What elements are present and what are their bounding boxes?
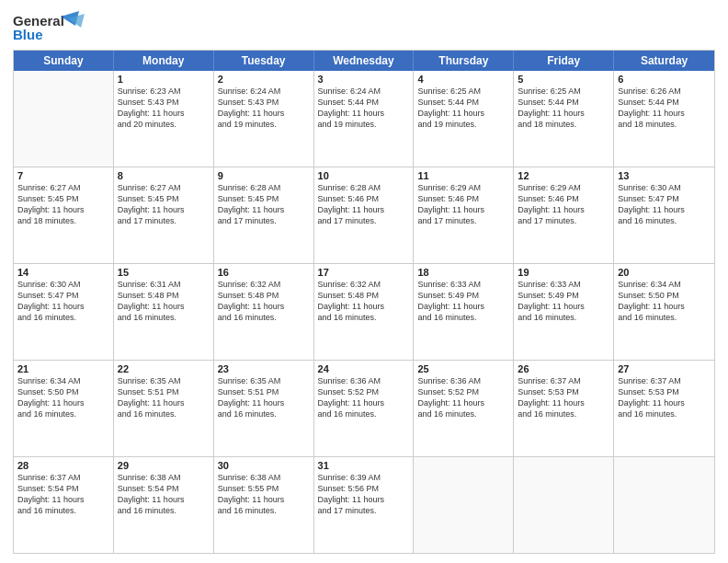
day-info: Sunrise: 6:33 AM Sunset: 5:49 PM Dayligh… <box>518 279 609 324</box>
day-info: Sunrise: 6:25 AM Sunset: 5:44 PM Dayligh… <box>518 86 609 131</box>
day-number: 7 <box>17 170 109 181</box>
day-number: 26 <box>518 363 609 374</box>
logo-svg: General Blue <box>13 9 86 44</box>
day-number: 14 <box>17 267 109 278</box>
day-info: Sunrise: 6:37 AM Sunset: 5:53 PM Dayligh… <box>518 375 609 420</box>
day-number: 10 <box>318 170 410 181</box>
day-info: Sunrise: 6:34 AM Sunset: 5:50 PM Dayligh… <box>618 279 711 324</box>
calendar-day-cell: 17Sunrise: 6:32 AM Sunset: 5:48 PM Dayli… <box>314 264 415 360</box>
calendar-day-cell: 11Sunrise: 6:29 AM Sunset: 5:46 PM Dayli… <box>414 167 514 263</box>
calendar-day-cell: 19Sunrise: 6:33 AM Sunset: 5:49 PM Dayli… <box>514 264 614 360</box>
day-number: 4 <box>417 74 509 85</box>
calendar-header: SundayMondayTuesdayWednesdayThursdayFrid… <box>14 51 714 71</box>
calendar-empty-cell <box>14 71 114 167</box>
day-info: Sunrise: 6:23 AM Sunset: 5:43 PM Dayligh… <box>118 86 210 131</box>
day-info: Sunrise: 6:30 AM Sunset: 5:47 PM Dayligh… <box>618 182 711 227</box>
day-number: 18 <box>417 267 509 278</box>
day-number: 16 <box>218 267 310 278</box>
day-number: 13 <box>618 170 711 181</box>
day-info: Sunrise: 6:25 AM Sunset: 5:44 PM Dayligh… <box>417 86 509 131</box>
calendar-day-cell: 30Sunrise: 6:38 AM Sunset: 5:55 PM Dayli… <box>214 457 314 553</box>
day-info: Sunrise: 6:29 AM Sunset: 5:46 PM Dayligh… <box>417 182 509 227</box>
day-number: 24 <box>318 363 410 374</box>
calendar-day-cell: 14Sunrise: 6:30 AM Sunset: 5:47 PM Dayli… <box>14 264 114 360</box>
calendar-row: 7Sunrise: 6:27 AM Sunset: 5:45 PM Daylig… <box>14 167 714 264</box>
day-number: 23 <box>218 363 310 374</box>
calendar-day-cell: 13Sunrise: 6:30 AM Sunset: 5:47 PM Dayli… <box>614 167 714 263</box>
weekday-header: Tuesday <box>214 51 314 71</box>
calendar-day-cell: 9Sunrise: 6:28 AM Sunset: 5:45 PM Daylig… <box>214 167 314 263</box>
calendar-day-cell: 20Sunrise: 6:34 AM Sunset: 5:50 PM Dayli… <box>614 264 714 360</box>
calendar-day-cell: 5Sunrise: 6:25 AM Sunset: 5:44 PM Daylig… <box>514 71 614 167</box>
day-info: Sunrise: 6:32 AM Sunset: 5:48 PM Dayligh… <box>318 279 410 324</box>
day-info: Sunrise: 6:36 AM Sunset: 5:52 PM Dayligh… <box>417 375 509 420</box>
svg-text:Blue: Blue <box>13 27 43 42</box>
calendar-day-cell: 22Sunrise: 6:35 AM Sunset: 5:51 PM Dayli… <box>114 361 214 456</box>
day-info: Sunrise: 6:33 AM Sunset: 5:49 PM Dayligh… <box>417 279 509 324</box>
page: General Blue SundayMondayTuesdayWednesda… <box>0 0 728 563</box>
day-number: 2 <box>218 74 310 85</box>
day-info: Sunrise: 6:35 AM Sunset: 5:51 PM Dayligh… <box>218 375 310 420</box>
day-number: 5 <box>518 74 609 85</box>
calendar-day-cell: 26Sunrise: 6:37 AM Sunset: 5:53 PM Dayli… <box>514 361 614 456</box>
day-number: 12 <box>518 170 609 181</box>
calendar-row: 28Sunrise: 6:37 AM Sunset: 5:54 PM Dayli… <box>14 457 714 553</box>
day-info: Sunrise: 6:32 AM Sunset: 5:48 PM Dayligh… <box>218 279 310 324</box>
day-number: 6 <box>618 74 711 85</box>
calendar-row: 21Sunrise: 6:34 AM Sunset: 5:50 PM Dayli… <box>14 361 714 457</box>
day-info: Sunrise: 6:24 AM Sunset: 5:44 PM Dayligh… <box>318 86 410 131</box>
header: General Blue <box>13 9 715 44</box>
day-info: Sunrise: 6:31 AM Sunset: 5:48 PM Dayligh… <box>118 279 210 324</box>
day-number: 28 <box>17 460 109 471</box>
day-number: 19 <box>518 267 609 278</box>
calendar-day-cell: 27Sunrise: 6:37 AM Sunset: 5:53 PM Dayli… <box>614 361 714 456</box>
day-number: 17 <box>318 267 410 278</box>
day-number: 22 <box>118 363 210 374</box>
calendar-day-cell: 2Sunrise: 6:24 AM Sunset: 5:43 PM Daylig… <box>214 71 314 167</box>
day-number: 20 <box>618 267 711 278</box>
calendar-row: 14Sunrise: 6:30 AM Sunset: 5:47 PM Dayli… <box>14 264 714 361</box>
day-number: 8 <box>118 170 210 181</box>
day-info: Sunrise: 6:24 AM Sunset: 5:43 PM Dayligh… <box>218 86 310 131</box>
day-info: Sunrise: 6:27 AM Sunset: 5:45 PM Dayligh… <box>118 182 210 227</box>
day-info: Sunrise: 6:27 AM Sunset: 5:45 PM Dayligh… <box>17 182 109 227</box>
day-info: Sunrise: 6:28 AM Sunset: 5:45 PM Dayligh… <box>218 182 310 227</box>
calendar-day-cell: 15Sunrise: 6:31 AM Sunset: 5:48 PM Dayli… <box>114 264 214 360</box>
calendar-day-cell: 16Sunrise: 6:32 AM Sunset: 5:48 PM Dayli… <box>214 264 314 360</box>
calendar-day-cell: 6Sunrise: 6:26 AM Sunset: 5:44 PM Daylig… <box>614 71 714 167</box>
calendar-day-cell: 7Sunrise: 6:27 AM Sunset: 5:45 PM Daylig… <box>14 167 114 263</box>
calendar-day-cell: 18Sunrise: 6:33 AM Sunset: 5:49 PM Dayli… <box>414 264 514 360</box>
calendar-day-cell: 23Sunrise: 6:35 AM Sunset: 5:51 PM Dayli… <box>214 361 314 456</box>
day-info: Sunrise: 6:29 AM Sunset: 5:46 PM Dayligh… <box>518 182 609 227</box>
calendar-day-cell: 31Sunrise: 6:39 AM Sunset: 5:56 PM Dayli… <box>314 457 415 553</box>
logo: General Blue <box>13 9 86 44</box>
day-number: 11 <box>417 170 509 181</box>
day-info: Sunrise: 6:37 AM Sunset: 5:54 PM Dayligh… <box>17 472 109 517</box>
calendar-body: 1Sunrise: 6:23 AM Sunset: 5:43 PM Daylig… <box>14 71 714 553</box>
day-number: 15 <box>118 267 210 278</box>
weekday-header: Monday <box>114 51 214 71</box>
calendar-day-cell: 24Sunrise: 6:36 AM Sunset: 5:52 PM Dayli… <box>314 361 415 456</box>
calendar-empty-cell <box>514 457 614 553</box>
weekday-header: Wednesday <box>314 51 415 71</box>
day-info: Sunrise: 6:34 AM Sunset: 5:50 PM Dayligh… <box>17 375 109 420</box>
weekday-header: Sunday <box>14 51 114 71</box>
calendar-day-cell: 4Sunrise: 6:25 AM Sunset: 5:44 PM Daylig… <box>414 71 514 167</box>
day-info: Sunrise: 6:26 AM Sunset: 5:44 PM Dayligh… <box>618 86 711 131</box>
day-number: 27 <box>618 363 711 374</box>
day-info: Sunrise: 6:30 AM Sunset: 5:47 PM Dayligh… <box>17 279 109 324</box>
day-info: Sunrise: 6:38 AM Sunset: 5:55 PM Dayligh… <box>218 472 310 517</box>
weekday-header: Thursday <box>414 51 514 71</box>
calendar-day-cell: 8Sunrise: 6:27 AM Sunset: 5:45 PM Daylig… <box>114 167 214 263</box>
calendar-empty-cell <box>614 457 714 553</box>
day-number: 30 <box>218 460 310 471</box>
day-info: Sunrise: 6:37 AM Sunset: 5:53 PM Dayligh… <box>618 375 711 420</box>
calendar-day-cell: 10Sunrise: 6:28 AM Sunset: 5:46 PM Dayli… <box>314 167 415 263</box>
day-info: Sunrise: 6:39 AM Sunset: 5:56 PM Dayligh… <box>318 472 410 517</box>
day-number: 25 <box>417 363 509 374</box>
calendar-day-cell: 1Sunrise: 6:23 AM Sunset: 5:43 PM Daylig… <box>114 71 214 167</box>
calendar-row: 1Sunrise: 6:23 AM Sunset: 5:43 PM Daylig… <box>14 71 714 167</box>
day-info: Sunrise: 6:38 AM Sunset: 5:54 PM Dayligh… <box>118 472 210 517</box>
calendar-empty-cell <box>414 457 514 553</box>
day-number: 3 <box>318 74 410 85</box>
